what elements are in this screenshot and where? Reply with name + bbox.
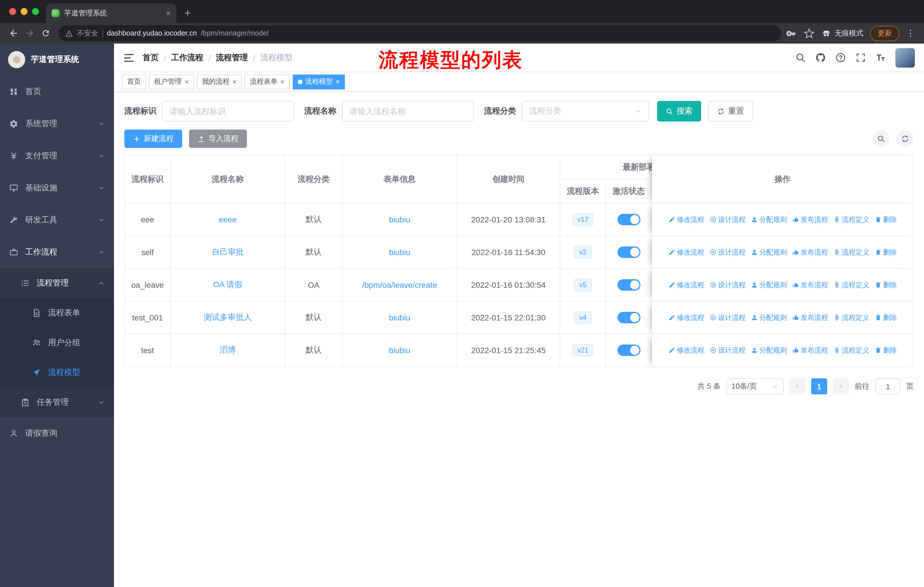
edit-process-link[interactable]: 修改流程 [668, 313, 704, 322]
assign-rule-link[interactable]: 分配规则 [751, 346, 787, 355]
tag-tenant-management[interactable]: 租户管理 × [149, 74, 194, 89]
publish-process-link[interactable]: 发布流程 [792, 280, 828, 290]
form-info-link[interactable]: /bpm/oa/leave/create [362, 280, 437, 289]
page-size-select[interactable]: 10条/页 [726, 378, 784, 394]
sidebar-item-infrastructure[interactable]: 基础设施 [0, 172, 114, 204]
breadcrumb-item[interactable]: 流程管理 [216, 53, 248, 63]
app-logo[interactable]: 芋道管理系统 [0, 43, 114, 76]
tag-process-model[interactable]: 流程模型 × [293, 74, 345, 89]
assign-rule-link[interactable]: 分配规则 [751, 215, 787, 225]
refresh-table-button[interactable] [896, 130, 914, 147]
close-icon[interactable]: × [232, 78, 237, 86]
update-button[interactable]: 更新 [870, 25, 899, 41]
create-process-button[interactable]: 新建流程 [124, 129, 182, 148]
process-name-link[interactable]: 自己审批 [212, 247, 244, 256]
process-name-link[interactable]: 滔博 [220, 345, 236, 354]
publish-process-link[interactable]: 发布流程 [792, 346, 828, 355]
user-avatar[interactable] [895, 48, 915, 67]
process-name-link[interactable]: 测试多审批人 [204, 313, 252, 322]
tag-process-form[interactable]: 流程表单 × [244, 74, 290, 89]
edit-process-link[interactable]: 修改流程 [668, 215, 704, 225]
forward-icon[interactable] [22, 25, 38, 41]
design-process-link[interactable]: 设计流程 [710, 346, 746, 355]
search-icon[interactable] [795, 52, 806, 63]
design-process-link[interactable]: 设计流程 [710, 247, 746, 257]
process-name-link[interactable]: eeee [219, 215, 237, 224]
breadcrumb-item[interactable]: 首页 [143, 53, 159, 63]
show-search-button[interactable] [873, 130, 889, 147]
active-toggle[interactable] [617, 246, 640, 258]
sidebar-toggle-icon[interactable] [123, 52, 135, 63]
process-definition-link[interactable]: 流程定义 [833, 247, 869, 257]
form-info-link[interactable]: biubiu [389, 215, 411, 224]
url-bar[interactable]: 不安全 dashboard.yudao.iocoder.cn/bpm/manag… [58, 25, 781, 41]
active-toggle[interactable] [617, 312, 640, 323]
process-name-link[interactable]: OA 请假 [213, 280, 243, 289]
category-select[interactable]: 流程分类 [522, 101, 649, 122]
fullscreen-icon[interactable] [855, 52, 866, 63]
sidebar-item-devtools[interactable]: 研发工具 [0, 204, 114, 236]
search-button[interactable]: 搜索 [657, 101, 701, 122]
active-toggle[interactable] [617, 279, 640, 291]
key-icon[interactable] [786, 28, 797, 39]
back-icon[interactable] [6, 25, 22, 41]
browser-menu-icon[interactable]: ⋮ [906, 28, 915, 38]
edit-process-link[interactable]: 修改流程 [668, 247, 704, 257]
help-icon[interactable] [835, 52, 846, 63]
close-window-button[interactable] [9, 8, 16, 15]
form-info-link[interactable]: biubiu [389, 313, 411, 322]
breadcrumb-item[interactable]: 工作流程 [171, 53, 203, 63]
delete-process-link[interactable]: 删除 [874, 247, 897, 257]
zoom-window-button[interactable] [32, 8, 39, 15]
assign-rule-link[interactable]: 分配规则 [751, 247, 787, 257]
process-definition-link[interactable]: 流程定义 [833, 313, 869, 322]
tag-my-process[interactable]: 我的流程 × [197, 74, 242, 89]
import-process-button[interactable]: 导入流程 [189, 129, 247, 148]
version-badge[interactable]: v2 [574, 246, 591, 259]
sidebar-item-user-group[interactable]: 用户分组 [0, 328, 114, 358]
sidebar-item-process-model[interactable]: 流程模型 [0, 358, 114, 387]
process-definition-link[interactable]: 流程定义 [833, 215, 869, 225]
sidebar-item-home[interactable]: 首页 [0, 76, 114, 108]
browser-tab[interactable]: 芋道管理系统 × [46, 3, 177, 23]
next-page-button[interactable] [833, 378, 849, 394]
prev-page-button[interactable] [789, 378, 805, 394]
sidebar-item-system[interactable]: 系统管理 [0, 108, 114, 140]
form-info-link[interactable]: biubiu [389, 346, 411, 355]
design-process-link[interactable]: 设计流程 [710, 280, 746, 290]
close-icon[interactable]: × [336, 78, 340, 86]
close-icon[interactable]: × [185, 78, 189, 86]
github-icon[interactable] [815, 52, 826, 63]
design-process-link[interactable]: 设计流程 [710, 215, 746, 225]
reset-button[interactable]: 重置 [708, 101, 753, 122]
goto-page-input[interactable] [875, 378, 901, 394]
tag-home[interactable]: 首页 [122, 74, 146, 89]
edit-process-link[interactable]: 修改流程 [668, 346, 704, 355]
process-definition-link[interactable]: 流程定义 [833, 346, 869, 355]
publish-process-link[interactable]: 发布流程 [792, 247, 828, 257]
bookmark-star-icon[interactable] [804, 28, 815, 39]
version-badge[interactable]: v5 [574, 279, 591, 291]
process-name-input[interactable] [342, 101, 474, 122]
sidebar-item-workflow[interactable]: 工作流程 [0, 236, 114, 268]
sidebar-item-process-management[interactable]: 流程管理 [0, 268, 114, 298]
sidebar-item-process-form[interactable]: 流程表单 [0, 298, 114, 328]
active-toggle[interactable] [617, 344, 640, 356]
delete-process-link[interactable]: 删除 [874, 346, 897, 355]
process-key-input[interactable] [162, 101, 294, 122]
publish-process-link[interactable]: 发布流程 [792, 313, 828, 322]
delete-process-link[interactable]: 删除 [874, 215, 897, 225]
form-info-link[interactable]: biubiu [389, 248, 411, 257]
process-definition-link[interactable]: 流程定义 [833, 280, 869, 290]
new-tab-button[interactable]: + [185, 7, 191, 18]
version-badge[interactable]: v21 [572, 344, 594, 357]
edit-process-link[interactable]: 修改流程 [668, 280, 704, 290]
page-1-button[interactable]: 1 [811, 378, 827, 394]
assign-rule-link[interactable]: 分配规则 [751, 280, 787, 290]
delete-process-link[interactable]: 删除 [874, 280, 897, 290]
assign-rule-link[interactable]: 分配规则 [751, 313, 787, 322]
close-icon[interactable]: × [280, 78, 284, 86]
minimize-window-button[interactable] [21, 8, 28, 15]
font-size-icon[interactable] [875, 52, 886, 63]
sidebar-item-leave-query[interactable]: 请假查询 [0, 417, 114, 450]
